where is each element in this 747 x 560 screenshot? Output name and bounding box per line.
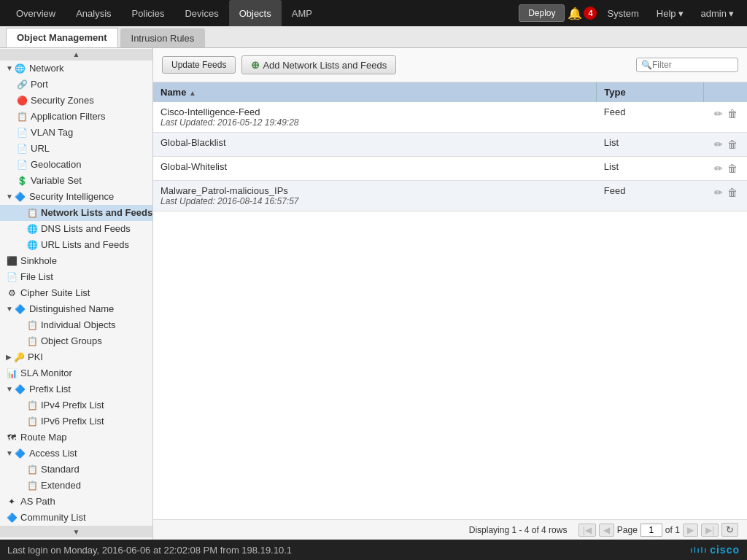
sidebar-item-vlan-tag[interactable]: 📄 VLAN Tag — [0, 125, 152, 141]
sidebar-item-url[interactable]: 📄 URL — [0, 141, 152, 157]
sidebar-item-security-zones[interactable]: 🔴 Security Zones — [0, 93, 152, 109]
filelist-icon: 📄 — [6, 271, 18, 283]
system-link[interactable]: System — [600, 8, 646, 19]
sidebar-item-cipher-suite[interactable]: ⚙ Cipher Suite List — [0, 285, 152, 301]
sidebar-item-distinguished-name[interactable]: ▼ 🔷 Distinguished Name — [0, 301, 152, 317]
page-input[interactable] — [640, 524, 662, 537]
delete-button[interactable]: 🗑 — [725, 185, 740, 200]
sort-icon: ▲ — [189, 89, 196, 97]
sidebar-item-access-list[interactable]: ▼ 🔷 Access List — [0, 446, 152, 462]
app-filters-icon: 📋 — [16, 111, 28, 122]
admin-link[interactable]: admin▾ — [694, 8, 741, 19]
edit-button[interactable]: ✏ — [712, 137, 725, 152]
sidebar-label-community: Community List — [20, 512, 86, 523]
routemap-icon: 🗺 — [6, 432, 18, 443]
delete-button[interactable]: 🗑 — [725, 137, 740, 152]
sidebar-item-prefix-list[interactable]: ▼ 🔷 Prefix List — [0, 381, 152, 397]
sidebar-item-dns-lists[interactable]: 🌐 DNS Lists and Feeds — [0, 221, 152, 237]
table-row: Global-BlacklistList✏🗑 — [153, 133, 747, 157]
delete-button[interactable]: 🗑 — [725, 106, 740, 121]
edit-button[interactable]: ✏ — [712, 161, 725, 176]
sidebar-item-standard[interactable]: 📋 Standard — [0, 462, 152, 478]
expand-prefix-icon: ▼ — [6, 385, 13, 393]
sidebar-label-dn: Distinguished Name — [29, 303, 114, 314]
sidebar-label-cipher: Cipher Suite List — [20, 287, 90, 298]
nav-item-objects[interactable]: Objects — [229, 0, 282, 26]
sidebar-item-as-path[interactable]: ✦ AS Path — [0, 494, 152, 510]
nav-item-amp[interactable]: AMP — [282, 0, 322, 26]
sidebar-label-url: URL — [31, 143, 50, 154]
sidebar-label-security-zones: Security Zones — [31, 95, 94, 106]
deploy-button[interactable]: Deploy — [519, 4, 565, 22]
sidebar-item-extended[interactable]: 📋 Extended — [0, 478, 152, 494]
nav-item-analysis[interactable]: Analysis — [66, 0, 121, 26]
last-page-button[interactable]: ▶| — [701, 524, 719, 537]
cell-name: Global-Whitelist — [153, 157, 597, 181]
sidebar-item-file-list[interactable]: 📄 File List — [0, 269, 152, 285]
sidebar-item-network[interactable]: ▼ 🌐 Network — [0, 61, 152, 77]
expand-si-icon: ▼ — [6, 192, 13, 201]
add-network-lists-button[interactable]: ⊕ Add Network Lists and Feeds — [241, 55, 396, 74]
delete-button[interactable]: 🗑 — [725, 161, 740, 176]
refresh-button[interactable]: ↻ — [721, 523, 738, 537]
page-label: Page — [617, 525, 638, 535]
nav-item-policies[interactable]: Policies — [122, 0, 175, 26]
sidebar-item-sinkhole[interactable]: ⬛ Sinkhole — [0, 253, 152, 269]
sidebar-item-individual-objects[interactable]: 📋 Individual Objects — [0, 317, 152, 333]
tab-object-management[interactable]: Object Management — [6, 28, 118, 47]
sidebar-item-community-list[interactable]: 🔷 Community List — [0, 510, 152, 526]
sidebar-item-application-filters[interactable]: 📋 Application Filters — [0, 109, 152, 125]
security-zones-icon: 🔴 — [16, 95, 28, 106]
sidebar-scroll-down[interactable]: ▼ — [0, 526, 152, 537]
network-icon: 🌐 — [15, 63, 26, 74]
sidebar-item-pki[interactable]: ▶ 🔑 PKI — [0, 349, 152, 365]
edit-button[interactable]: ✏ — [712, 106, 725, 121]
sidebar-item-sla-monitor[interactable]: 📊 SLA Monitor — [0, 365, 152, 381]
sidebar-item-ipv4-prefix[interactable]: 📋 IPv4 Prefix List — [0, 397, 152, 413]
prev-page-button[interactable]: ◀ — [599, 524, 614, 537]
nav-item-overview[interactable]: Overview — [6, 0, 66, 26]
extended-icon: 📋 — [26, 480, 38, 491]
sidebar-item-object-groups[interactable]: 📋 Object Groups — [0, 333, 152, 349]
filter-input[interactable] — [652, 60, 733, 70]
edit-button[interactable]: ✏ — [712, 185, 725, 200]
col-type[interactable]: Type — [597, 82, 703, 102]
sidebar-item-geolocation[interactable]: 📄 Geolocation — [0, 157, 152, 173]
sidebar-label-pki: PKI — [28, 351, 43, 362]
cell-actions: ✏🗑 — [703, 133, 747, 157]
sidebar-item-variable-set[interactable]: 💲 Variable Set — [0, 173, 152, 189]
ipv4-icon: 📋 — [26, 400, 38, 411]
sidebar-label-netlist: Network Lists and Feeds — [41, 207, 152, 218]
first-page-button[interactable]: |◀ — [578, 524, 596, 537]
alert-count[interactable]: 4 — [584, 7, 597, 20]
help-link[interactable]: Help▾ — [649, 8, 691, 19]
top-navigation: Overview Analysis Policies Devices Objec… — [0, 0, 747, 26]
sidebar-item-route-map[interactable]: 🗺 Route Map — [0, 429, 152, 446]
col-name[interactable]: Name ▲ — [153, 82, 597, 102]
col-actions — [703, 82, 747, 102]
sidebar-item-port[interactable]: 🔗 Port — [0, 77, 152, 93]
aspath-icon: ✦ — [6, 496, 18, 508]
vlan-icon: 📄 — [16, 127, 28, 139]
of-label: of 1 — [665, 525, 680, 535]
update-feeds-button[interactable]: Update Feeds — [162, 56, 236, 74]
display-count: Displaying 1 - 4 of 4 rows — [469, 525, 568, 535]
next-page-button[interactable]: ▶ — [683, 524, 698, 537]
sidebar-scroll-up[interactable]: ▲ — [0, 49, 152, 61]
sidebar-item-url-lists[interactable]: 🌐 URL Lists and Feeds — [0, 237, 152, 253]
nav-item-devices[interactable]: Devices — [174, 0, 228, 26]
status-bar: Last login on Monday, 2016-06-06 at 22:0… — [0, 540, 747, 560]
tab-intrusion-rules[interactable]: Intrusion Rules — [120, 28, 206, 47]
row-name-text: Cisco-Intelligence-Feed — [160, 106, 589, 117]
sidebar-label-extended: Extended — [41, 480, 81, 491]
sidebar-item-security-intelligence[interactable]: ▼ 🔷 Security Intelligence — [0, 189, 152, 205]
cell-type: Feed — [597, 102, 703, 133]
sidebar-label-geo: Geolocation — [31, 159, 81, 170]
table-row: Cisco-Intelligence-FeedLast Updated: 201… — [153, 102, 747, 133]
community-icon: 🔷 — [6, 512, 18, 524]
url-icon: 📄 — [16, 143, 28, 155]
sidebar-item-network-lists[interactable]: 📋 Network Lists and Feeds — [0, 205, 152, 221]
expand-acl-icon: ▼ — [6, 449, 13, 457]
sidebar-item-ipv6-prefix[interactable]: 📋 IPv6 Prefix List — [0, 413, 152, 429]
sla-icon: 📊 — [6, 368, 18, 379]
